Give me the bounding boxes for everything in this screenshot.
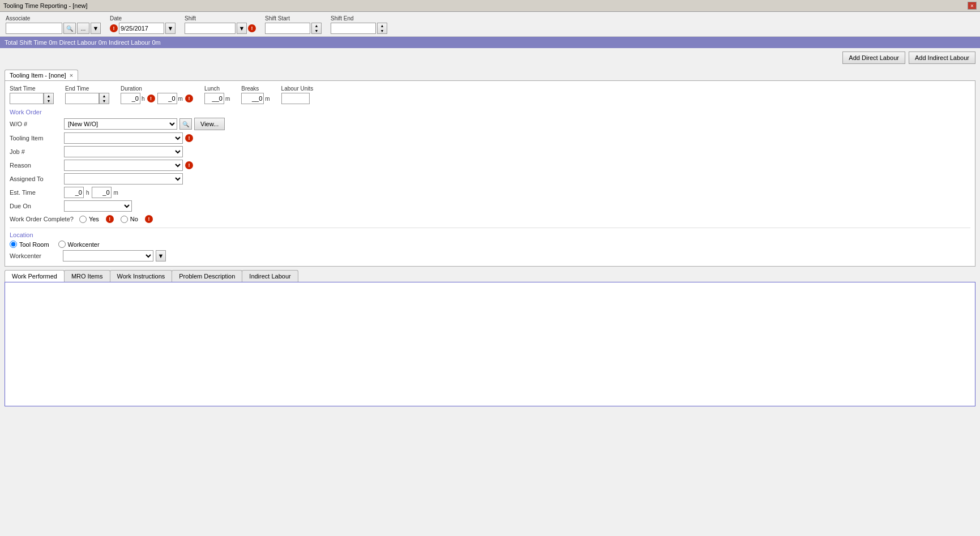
- tab-work-performed[interactable]: Work Performed: [5, 270, 65, 282]
- associate-arrow-btn[interactable]: ▼: [91, 23, 101, 34]
- start-time-input[interactable]: [10, 93, 44, 104]
- associate-search-icon[interactable]: 🔍: [63, 23, 76, 34]
- workcenter-dropdown-btn[interactable]: ▼: [156, 250, 166, 261]
- lunch-minutes-input[interactable]: [204, 93, 224, 104]
- shift-start-up[interactable]: ▲: [312, 23, 321, 28]
- wo-num-select[interactable]: [New W/O]: [64, 118, 177, 130]
- tool-room-radio-label[interactable]: Tool Room: [10, 241, 49, 248]
- location-radio-group: Tool Room Workcenter: [10, 241, 970, 248]
- tooling-item-tab[interactable]: Tooling Item - [none] ×: [5, 70, 78, 80]
- work-order-section: Work Order W/O # [New W/O] 🔍 View... Too…: [10, 109, 970, 223]
- workcenter-field-label: Workcenter: [10, 252, 61, 259]
- duration-minutes-input[interactable]: [157, 93, 177, 104]
- shift-start-field-group: Shift Start ▲ ▼: [265, 15, 322, 34]
- end-time-down[interactable]: ▼: [100, 98, 109, 104]
- end-time-up[interactable]: ▲: [100, 93, 109, 98]
- wo-search-icon[interactable]: 🔍: [179, 118, 192, 130]
- lunch-group: Lunch m: [204, 85, 230, 104]
- tool-room-radio[interactable]: [10, 241, 17, 248]
- wo-num-label: W/O #: [10, 121, 61, 127]
- yes-radio-label[interactable]: Yes: [79, 216, 99, 223]
- shift-start-down[interactable]: ▼: [312, 28, 321, 33]
- breaks-label: Breaks: [241, 85, 269, 92]
- associate-input[interactable]: [6, 23, 62, 34]
- due-on-label: Due On: [10, 203, 61, 209]
- workcenter-radio-label[interactable]: Workcenter: [58, 241, 100, 248]
- no-label: No: [130, 216, 138, 222]
- wo-num-row: [New W/O] 🔍 View...: [64, 118, 970, 130]
- shift-end-input[interactable]: [331, 23, 376, 34]
- duration-h-label: h: [142, 96, 145, 102]
- end-time-label: End Time: [65, 85, 109, 92]
- duration-hours-input[interactable]: [121, 93, 140, 104]
- tooling-item-error-icon: !: [185, 134, 193, 142]
- close-button[interactable]: ×: [968, 2, 977, 10]
- summary-bar: Total Shift Time 0m Direct Labour 0m Ind…: [0, 37, 980, 48]
- add-indirect-labour-button[interactable]: Add Indirect Labour: [909, 52, 975, 64]
- tab-problem-description[interactable]: Problem Description: [172, 270, 242, 282]
- labour-units-group: Labour Units 1.00: [281, 85, 314, 104]
- action-bar: Add Direct Labour Add Indirect Labour: [0, 48, 980, 67]
- duration-group: Duration h ! m !: [121, 85, 193, 104]
- date-error-icon: !: [110, 24, 118, 32]
- workcenter-radio[interactable]: [58, 241, 66, 248]
- tab-mro-items[interactable]: MRO Items: [64, 270, 110, 282]
- assigned-to-label: Assigned To: [10, 175, 61, 182]
- location-section: Location Tool Room Workcenter Workcenter…: [10, 228, 970, 261]
- shift-end-label: Shift End: [331, 15, 387, 22]
- due-on-select[interactable]: [64, 200, 132, 212]
- end-time-spinner[interactable]: ▲ ▼: [99, 93, 109, 104]
- tooling-item-label: Tooling Item: [10, 135, 61, 141]
- associate-dropdown-icon[interactable]: ...: [77, 23, 89, 34]
- form-area: Start Time ▲ ▼ End Time ▲ ▼: [5, 80, 975, 267]
- end-time-group: End Time ▲ ▼: [65, 85, 109, 104]
- est-hours-input[interactable]: [64, 187, 84, 198]
- associate-field-group: Associate 🔍 ... ▼: [6, 15, 101, 34]
- breaks-minutes-input[interactable]: [241, 93, 264, 104]
- start-time-down[interactable]: ▼: [44, 98, 53, 104]
- assigned-to-select[interactable]: [64, 173, 183, 185]
- tab-indirect-labour[interactable]: Indirect Labour: [242, 270, 298, 282]
- job-num-select[interactable]: [64, 146, 183, 157]
- shift-field-group: Shift ▼ !: [185, 15, 256, 34]
- shift-label: Shift: [185, 15, 256, 22]
- shift-start-spinner[interactable]: ▲ ▼: [311, 23, 322, 34]
- reason-label: Reason: [10, 162, 61, 169]
- start-time-label: Start Time: [10, 85, 54, 92]
- shift-input[interactable]: [185, 23, 236, 34]
- shift-end-down[interactable]: ▼: [378, 28, 387, 33]
- end-time-input[interactable]: [65, 93, 99, 104]
- tooling-item-select[interactable]: [64, 132, 183, 144]
- labour-units-input[interactable]: 1.00: [281, 93, 310, 104]
- date-label: Date: [110, 15, 176, 22]
- reason-select[interactable]: [64, 160, 183, 171]
- shift-end-up[interactable]: ▲: [378, 23, 387, 28]
- yes-radio[interactable]: [79, 216, 87, 223]
- tooling-item-tab-close[interactable]: ×: [70, 72, 73, 79]
- view-button[interactable]: View...: [194, 118, 225, 130]
- duration-error-icon: !: [147, 95, 155, 102]
- start-time-spinner[interactable]: ▲ ▼: [44, 93, 54, 104]
- tooling-item-row: !: [64, 132, 970, 144]
- est-time-row: h m: [64, 187, 970, 198]
- assigned-to-row: [64, 173, 970, 185]
- shift-dropdown-btn[interactable]: ▼: [237, 23, 247, 34]
- shift-end-spinner[interactable]: ▲ ▼: [377, 23, 387, 34]
- date-field-group: Date ! ▼: [110, 15, 176, 34]
- add-direct-labour-button[interactable]: Add Direct Labour: [842, 52, 905, 64]
- tab-work-instructions[interactable]: Work Instructions: [110, 270, 173, 282]
- no-radio[interactable]: [121, 216, 128, 223]
- work-order-complete-label: Work Order Complete?: [10, 216, 74, 222]
- job-num-label: Job #: [10, 148, 61, 155]
- est-minutes-input[interactable]: [92, 187, 112, 198]
- lunch-m-label: m: [225, 96, 230, 102]
- lunch-label: Lunch: [204, 85, 230, 92]
- location-title: Location: [10, 231, 970, 238]
- no-radio-label[interactable]: No: [121, 216, 138, 223]
- breaks-group: Breaks m: [241, 85, 269, 104]
- shift-start-input[interactable]: [265, 23, 310, 34]
- date-dropdown-btn[interactable]: ▼: [165, 23, 176, 34]
- workcenter-select[interactable]: [63, 250, 153, 261]
- start-time-up[interactable]: ▲: [44, 93, 53, 98]
- date-input[interactable]: [119, 23, 164, 34]
